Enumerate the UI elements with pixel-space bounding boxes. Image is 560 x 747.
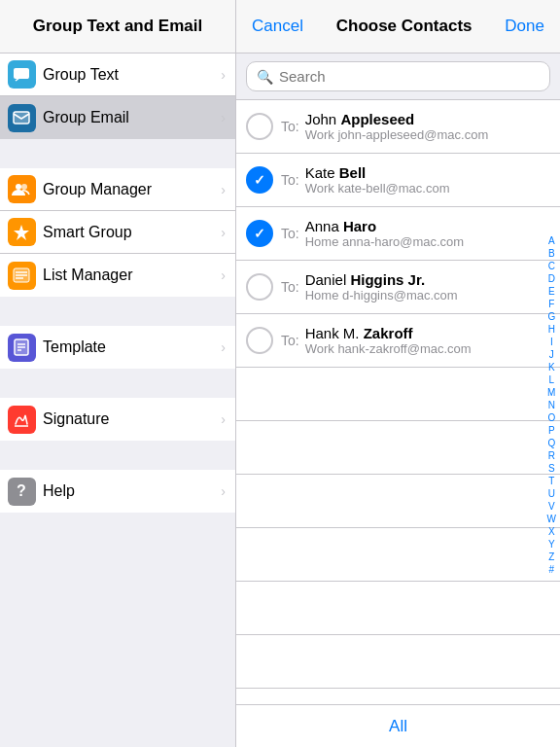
app-header: Group Text and Email Cancel Choose Conta… — [0, 0, 560, 53]
search-icon: 🔍 — [257, 69, 273, 85]
contact-info-4: Daniel Higgins Jr. Home d-higgins@mac.co… — [305, 271, 531, 302]
alpha-letter-v[interactable]: V — [546, 500, 557, 513]
choose-contacts-title: Choose Contacts — [336, 17, 472, 36]
alpha-letter-a[interactable]: A — [546, 234, 557, 247]
contact-checkbox-3[interactable] — [246, 220, 273, 247]
sidebar-item-group-text[interactable]: Group Text › — [0, 53, 235, 96]
svg-point-3 — [21, 184, 27, 190]
contact-detail-1: Work john-appleseed@mac.com — [305, 127, 531, 142]
alpha-letter-u[interactable]: U — [546, 487, 557, 500]
group-manager-icon-wrap — [0, 168, 43, 211]
alpha-letter-e[interactable]: E — [546, 285, 557, 298]
alpha-letter-b[interactable]: B — [546, 247, 557, 260]
smart-group-icon — [8, 218, 36, 246]
main-content: Group Text › Group Email › — [0, 53, 560, 747]
contact-detail-5: Work hank-zakroff@mac.com — [305, 341, 531, 356]
contact-detail-2: Work kate-bell@mac.com — [305, 181, 531, 196]
contact-item-3[interactable]: To: Anna Haro Home anna-haro@mac.com — [236, 207, 560, 261]
sidebar-item-help[interactable]: ? Help › — [0, 470, 235, 513]
empty-row-2 — [236, 421, 560, 475]
contact-name-4: Daniel Higgins Jr. — [305, 271, 531, 288]
alpha-letter-h[interactable]: H — [546, 323, 557, 336]
signature-icon-wrap — [0, 398, 43, 441]
smart-group-label: Smart Group — [43, 224, 221, 241]
svg-rect-1 — [14, 112, 29, 124]
alpha-letter-z[interactable]: Z — [546, 551, 556, 563]
alpha-letter-c[interactable]: C — [546, 260, 557, 272]
alpha-letter-d[interactable]: D — [546, 272, 557, 285]
alpha-letter-r[interactable]: R — [546, 449, 557, 462]
done-button[interactable]: Done — [505, 17, 544, 36]
sidebar-item-template[interactable]: Template › — [0, 326, 235, 369]
list-manager-icon — [8, 262, 36, 290]
alpha-letter-f[interactable]: F — [546, 298, 556, 310]
list-manager-icon-wrap — [0, 254, 43, 297]
sidebar-section-3: Template › — [0, 326, 235, 369]
header-left: Group Text and Email — [0, 0, 236, 53]
template-chevron: › — [221, 339, 226, 355]
sidebar-item-list-manager[interactable]: List Manager › — [0, 254, 235, 297]
group-email-icon — [8, 104, 36, 132]
contacts-list: To: John Appleseed Work john-appleseed@m… — [236, 100, 560, 704]
alpha-letter-m[interactable]: M — [545, 386, 557, 399]
alpha-letter-p[interactable]: P — [546, 424, 557, 437]
alpha-letter-i[interactable]: I — [548, 336, 555, 348]
alpha-letter-g[interactable]: G — [545, 310, 557, 323]
group-text-icon — [8, 60, 36, 89]
contact-to-4: To: — [281, 279, 299, 295]
svg-point-2 — [16, 184, 21, 190]
alpha-letter-x[interactable]: X — [546, 525, 557, 538]
alpha-letter-#[interactable]: # — [546, 563, 556, 576]
empty-row-4 — [236, 528, 560, 582]
empty-row-7 — [236, 689, 560, 704]
contact-item-5[interactable]: To: Hank M. Zakroff Work hank-zakroff@ma… — [236, 314, 560, 368]
group-email-chevron: › — [221, 110, 226, 125]
contact-to-2: To: — [281, 172, 299, 188]
sidebar-sep-2 — [0, 297, 235, 326]
contact-name-5: Hank M. Zakroff — [305, 325, 531, 341]
sidebar-item-group-manager[interactable]: Group Manager › — [0, 168, 235, 211]
group-text-icon-wrap — [0, 53, 43, 96]
contact-detail-4: Home d-higgins@mac.com — [305, 288, 531, 302]
group-email-label: Group Email — [43, 109, 221, 126]
group-text-chevron: › — [221, 67, 226, 83]
contact-checkbox-4[interactable] — [246, 273, 273, 301]
group-manager-label: Group Manager — [43, 181, 221, 198]
template-icon-wrap — [0, 326, 43, 369]
alpha-letter-o[interactable]: O — [545, 411, 557, 424]
contact-name-1: John Appleseed — [305, 111, 531, 127]
contact-checkbox-2[interactable] — [246, 166, 273, 194]
alpha-letter-y[interactable]: Y — [546, 538, 557, 551]
sidebar-sep-4 — [0, 441, 235, 470]
contact-checkbox-5[interactable] — [246, 327, 273, 354]
group-text-label: Group Text — [43, 66, 221, 84]
signature-icon — [8, 406, 36, 434]
alpha-letter-k[interactable]: K — [546, 361, 557, 374]
contact-info-1: John Appleseed Work john-appleseed@mac.c… — [305, 111, 531, 142]
contact-name-3: Anna Haro — [305, 218, 531, 234]
contact-item-4[interactable]: To: Daniel Higgins Jr. Home d-higgins@ma… — [236, 261, 560, 314]
alpha-letter-t[interactable]: T — [546, 475, 556, 487]
search-input-wrap[interactable]: 🔍 — [246, 61, 550, 91]
contact-checkbox-1[interactable] — [246, 113, 273, 140]
sidebar-item-smart-group[interactable]: Smart Group › — [0, 211, 235, 254]
alpha-letter-l[interactable]: L — [546, 374, 556, 386]
alpha-letter-q[interactable]: Q — [545, 437, 557, 449]
bottom-all[interactable]: All — [236, 704, 560, 747]
sidebar-item-group-email[interactable]: Group Email › — [0, 96, 235, 139]
contact-item-1[interactable]: To: John Appleseed Work john-appleseed@m… — [236, 100, 560, 154]
cancel-button[interactable]: Cancel — [252, 17, 303, 36]
sidebar-item-signature[interactable]: Signature › — [0, 398, 235, 441]
empty-row-3 — [236, 475, 560, 528]
sidebar-section-5: ? Help › — [0, 470, 235, 513]
search-input[interactable] — [279, 68, 540, 85]
alphabet-index: ABCDEFGHIJKLMNOPQRSTUVWXYZ# — [545, 102, 558, 708]
group-email-icon-wrap — [0, 96, 43, 139]
alpha-letter-s[interactable]: S — [546, 462, 557, 475]
alpha-letter-w[interactable]: W — [545, 513, 558, 525]
alpha-letter-n[interactable]: N — [546, 399, 557, 411]
alpha-letter-j[interactable]: J — [547, 348, 556, 361]
sidebar: Group Text › Group Email › — [0, 53, 236, 747]
right-panel: 🔍 To: John Appleseed Work john-appleseed… — [236, 53, 560, 747]
contact-item-2[interactable]: To: Kate Bell Work kate-bell@mac.com — [236, 154, 560, 207]
